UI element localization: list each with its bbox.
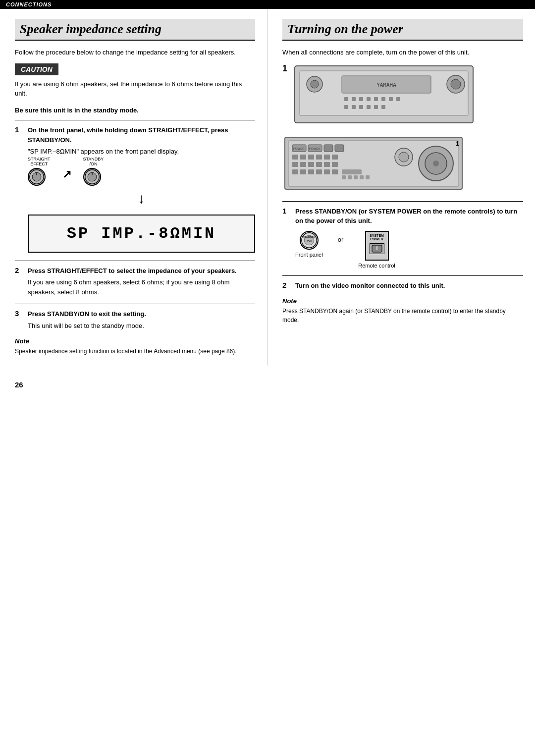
svg-text:YAMAHA: YAMAHA — [376, 82, 396, 88]
svg-rect-55 — [342, 169, 362, 174]
receiver-figure-1: 1 YAMAHA — [282, 63, 523, 127]
svg-rect-50 — [300, 169, 306, 174]
svg-rect-43 — [292, 162, 298, 167]
or-label: or — [338, 236, 344, 243]
right-column: Turning on the power When all connection… — [268, 9, 535, 366]
svg-rect-40 — [316, 155, 322, 160]
standby-on-knob: STANDBY/ON — [83, 157, 104, 186]
svg-rect-39 — [308, 155, 314, 160]
svg-rect-48 — [332, 162, 338, 167]
arrow-down: ↓ — [28, 191, 255, 207]
right-step-1: 1 Press STANDBY/ON (or SYSTEM POWER on t… — [282, 207, 523, 269]
right-note: Note Press STANDBY/ON again (or STANDBY … — [282, 297, 523, 324]
step-1-body: "SP IMP.–8ΩMIN" appears on the front pan… — [28, 147, 255, 157]
right-divider-1 — [282, 201, 523, 202]
remote-label: Remote control — [358, 263, 395, 269]
svg-text:STANDBY: STANDBY — [303, 236, 316, 239]
front-panel-remote: STANDBY /ON Front panel — [295, 231, 323, 258]
left-intro: Follow the procedure below to change the… — [15, 48, 255, 57]
page-number: 26 — [0, 380, 535, 389]
arrow-right: ↗ — [62, 168, 71, 181]
left-note: Note Speaker impedance setting function … — [15, 337, 255, 356]
svg-rect-25 — [367, 105, 371, 109]
receiver-figure-2: 1 POWER POWER — [282, 135, 523, 193]
svg-rect-59 — [360, 175, 364, 179]
svg-point-13 — [451, 79, 461, 89]
right-divider-2 — [282, 275, 523, 276]
divider-1 — [15, 120, 255, 120]
svg-rect-15 — [352, 97, 356, 101]
left-note-text: Speaker impedance setting function is lo… — [15, 347, 255, 356]
step-3-body: This unit will be set to the standby mod… — [28, 321, 255, 331]
svg-rect-56 — [342, 175, 346, 179]
divider-3 — [15, 304, 255, 304]
receiver-front-svg: 1 POWER POWER — [282, 135, 466, 192]
svg-rect-23 — [352, 105, 356, 109]
svg-rect-57 — [348, 175, 352, 179]
top-bar-label: CONNECTIONS — [6, 1, 52, 7]
caution-label: CAUTION — [15, 63, 58, 75]
receiver-top-svg: YAMAHA — [292, 63, 476, 125]
step-1-num: 1 — [15, 125, 25, 134]
caution-text: If you are using 6 ohm speakers, set the… — [15, 79, 255, 99]
svg-rect-17 — [367, 97, 371, 101]
fig1-label: 1 — [282, 63, 287, 74]
svg-rect-54 — [332, 169, 338, 174]
left-section-title: Speaker impedance setting — [15, 19, 255, 41]
svg-rect-53 — [324, 169, 330, 174]
step-3: 3 Press STANDBY/ON to exit the setting. … — [15, 309, 255, 330]
svg-rect-19 — [381, 97, 385, 101]
right-note-label: Note — [282, 297, 523, 305]
svg-text:/ON: /ON — [307, 239, 312, 242]
step-2: 2 Press STRAIGHT/EFFECT to select the im… — [15, 266, 255, 297]
left-column: Speaker impedance setting Follow the pro… — [0, 9, 268, 366]
step-1: 1 On the front panel, while holding down… — [15, 125, 255, 253]
svg-point-11 — [311, 80, 319, 88]
right-step-1-num: 1 — [282, 207, 292, 215]
straight-effect-knob: STRAIGHTEFFECT — [28, 157, 51, 186]
svg-rect-51 — [308, 169, 314, 174]
svg-point-65 — [399, 152, 409, 162]
divider-2 — [15, 261, 255, 261]
top-bar: CONNECTIONS — [0, 0, 535, 9]
step-3-header: Press STANDBY/ON to exit the setting. — [28, 309, 146, 319]
front-panel-label: Front panel — [295, 252, 323, 258]
standby-btn: STANDBY /ON — [300, 231, 319, 250]
svg-rect-58 — [354, 175, 358, 179]
svg-rect-46 — [316, 162, 322, 167]
step-2-num: 2 — [15, 266, 25, 274]
svg-rect-20 — [389, 97, 393, 101]
step-1-header: On the front panel, while holding down S… — [28, 125, 255, 145]
svg-rect-21 — [396, 97, 400, 101]
svg-rect-60 — [366, 175, 370, 179]
right-step-2: 2 Turn on the video monitor connected to… — [282, 281, 523, 291]
right-step-2-num: 2 — [282, 281, 292, 289]
right-step-2-header: Turn on the video monitor connected to t… — [295, 281, 445, 291]
svg-rect-33 — [324, 145, 333, 152]
svg-rect-34 — [335, 145, 344, 152]
svg-rect-18 — [374, 97, 378, 101]
svg-rect-52 — [316, 169, 322, 174]
svg-rect-24 — [359, 105, 363, 109]
svg-point-63 — [433, 161, 439, 166]
svg-rect-38 — [300, 155, 306, 160]
right-section-title: Turning on the power — [282, 19, 523, 41]
svg-rect-37 — [292, 155, 298, 160]
svg-rect-47 — [324, 162, 330, 167]
svg-text:POWER: POWER — [293, 147, 305, 150]
display-box: SP IMP.-8ΩMIN — [28, 215, 255, 253]
step-2-body: If you are using 6 ohm speakers, select … — [28, 277, 255, 297]
remote-control-box: SYSTEMPOWER Remote control — [358, 231, 395, 269]
svg-rect-22 — [344, 105, 348, 109]
knob-diagram: STRAIGHTEFFECT ↗ STANDBY/ON — [28, 157, 255, 186]
svg-rect-41 — [324, 155, 330, 160]
standby-note: Be sure this unit is in the standby mode… — [15, 106, 255, 115]
svg-rect-49 — [292, 169, 298, 174]
svg-rect-14 — [344, 97, 348, 101]
svg-text:1: 1 — [456, 140, 459, 147]
right-intro: When all connections are complete, turn … — [282, 48, 523, 57]
svg-rect-16 — [359, 97, 363, 101]
svg-rect-44 — [300, 162, 306, 167]
right-step-1-header: Press STANDBY/ON (or SYSTEM POWER on the… — [295, 207, 523, 226]
svg-rect-26 — [374, 105, 378, 109]
